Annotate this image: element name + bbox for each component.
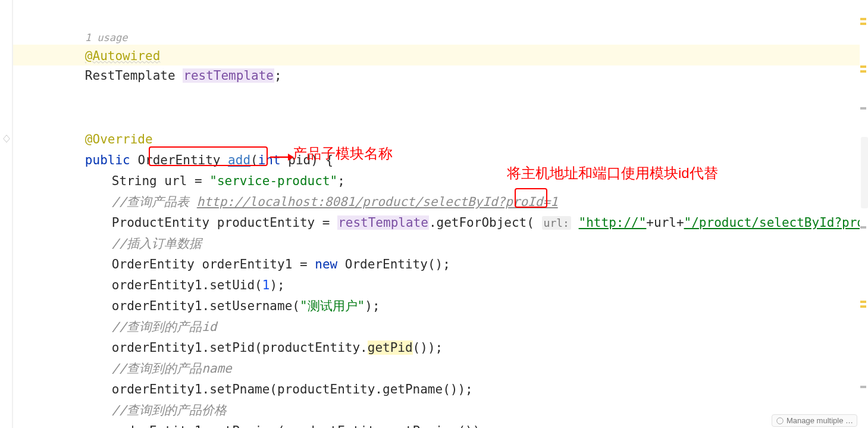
stripe-warning[interactable] [860,23,866,25]
inspection-icon [2,134,11,142]
code-editor[interactable]: 1 usage @Autowired RestTemplate restTemp… [0,0,868,428]
url-concat: +url+ [646,215,684,230]
stripe-warning[interactable] [860,65,866,68]
url-declaration: String url = "service-product"; [67,150,345,171]
set-username: orderEntity1.setUsername("测试用户"); [67,275,380,296]
stripe-warning[interactable] [860,18,866,20]
editor-gutter [0,0,13,428]
string-http: "http://" [579,215,647,230]
comment-product-price: //查询到的产品价格 [67,379,227,400]
svg-point-2 [777,417,784,424]
param-hint-url: url: [542,216,571,230]
rest-template-call: ProductEntity productEntity = restTempla… [67,192,868,213]
string-path: "/product/selectById?proId=" [684,215,868,230]
stripe-warning[interactable] [860,301,866,303]
set-uid: orderEntity1.setUid(1); [67,254,285,275]
method-getPid: getPid [368,340,413,355]
comment-product-url: //查询产品表 http://localhost:8081/product/se… [67,171,558,192]
stripe-warning[interactable] [860,305,866,308]
code-area[interactable]: 1 usage @Autowired RestTemplate restTemp… [13,0,868,428]
error-stripe[interactable] [860,0,868,428]
set-pprice: orderEntity1.setPprice(productEntity.get… [67,400,488,421]
comment-insert-order: //插入订单数据 [67,213,202,233]
stripe-info[interactable] [860,226,866,229]
field-restTemplate: restTemplate [183,68,274,83]
field-ref-restTemplate: restTemplate [337,215,429,230]
stripe-info[interactable] [860,386,866,388]
set-number-partial: orderEntity1.setNumber(1); [67,421,308,428]
notification-balloon[interactable]: Manage multiple … [772,414,857,427]
set-pid: orderEntity1.setPid(productEntity.getPid… [67,317,443,338]
annotation-autowired: @Autowired [40,25,160,46]
stripe-warning[interactable] [860,70,866,73]
bulb-icon [776,417,784,425]
comment-product-id: //查询到的产品id [67,296,217,317]
scrollbar-thumb[interactable] [861,137,868,208]
usage-hint[interactable]: 1 usage [40,6,128,27]
set-pname: orderEntity1.setPname(productEntity.getP… [67,358,473,379]
method-signature: public OrderEntity add(int pid) { [40,129,333,150]
annotation-override: @Override [40,108,153,129]
field-declaration: RestTemplate restTemplate; [40,45,282,65]
comment-product-name: //查询到的产品name [67,338,232,358]
new-order-entity: OrderEntity orderEntity1 = new OrderEnti… [67,233,450,254]
stripe-info[interactable] [860,107,866,110]
